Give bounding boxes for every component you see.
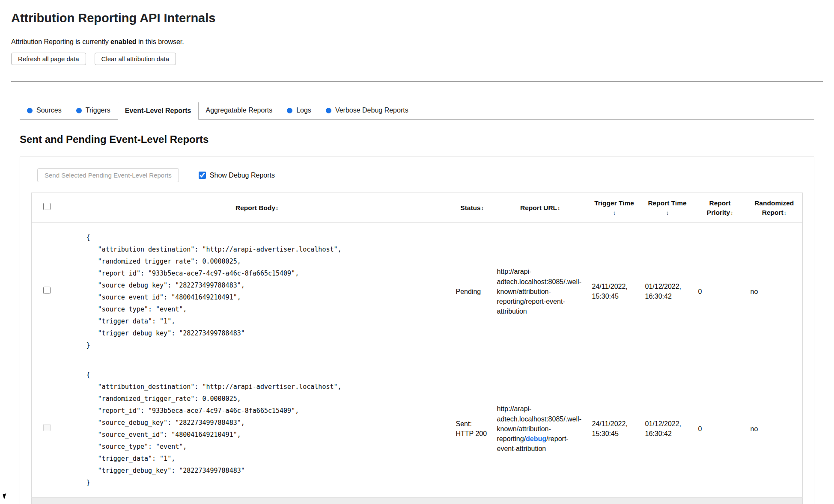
panel-toolbar: Send Selected Pending Event-Level Report… [37,168,803,182]
column-header-report-body[interactable]: Report Body↕ [63,193,452,223]
sort-icon: ↕ [730,209,733,217]
tab-dot-icon [326,108,331,113]
row-select-checkbox[interactable] [43,287,51,294]
page-toolbar: Refresh all page data Clear all attribut… [11,53,823,65]
status-suffix: in this browser. [137,38,184,45]
report-row: { "attribution_destination": "http://ara… [32,360,803,498]
divider [11,81,823,82]
tab-label: Event-Level Reports [125,107,191,115]
tab-sources[interactable]: Sources [20,101,69,119]
send-selected-button[interactable]: Send Selected Pending Event-Level Report… [37,168,179,182]
column-header-trigger-time[interactable]: Trigger Time↕ [588,193,641,223]
column-header-report-url[interactable]: Report URL↕ [493,193,588,223]
table-footer-bar [32,498,803,504]
report-url-cell: http://arapi-adtech.localhost:8085/.well… [493,360,588,498]
status-enabled: enabled [110,38,136,45]
report-body-json: { "attribution_destination": "http://ara… [67,369,447,489]
column-label: Randomized Report [754,199,794,216]
report-url-text: http://arapi-adtech.localhost:8085/.well… [497,268,581,315]
sort-icon: ↕ [481,205,484,212]
tab-strip: Sources Triggers Event-Level Reports Agg… [20,101,814,120]
attribution-internals-page: Attribution Reporting API Internals Attr… [0,0,834,504]
report-priority-cell: 0 [694,360,746,498]
trigger-time-cell: 24/11/2022, 15:30:45 [588,223,641,360]
randomized-report-cell: no [746,360,803,498]
column-label: Report URL [520,204,557,211]
tab-triggers[interactable]: Triggers [69,101,118,119]
tab-label: Verbose Debug Reports [335,107,408,114]
tab-label: Aggregatable Reports [206,107,273,114]
sort-icon: ↕ [784,209,786,217]
tab-dot-icon [287,108,292,113]
report-row: { "attribution_destination": "http://ara… [32,223,803,360]
column-label: Report Body [235,204,275,211]
status-cell: Pending [452,223,493,360]
report-priority-cell: 0 [694,223,746,360]
report-url-cell: http://arapi-adtech.localhost:8085/.well… [493,223,588,360]
column-header-report-priority[interactable]: Report Priority↕ [694,193,746,223]
section-heading: Sent and Pending Event-Level Reports [20,133,823,145]
tab-label: Logs [296,107,311,114]
tab-dot-icon [76,108,82,113]
reports-panel: Send Selected Pending Event-Level Report… [20,157,814,504]
sort-icon: ↕ [557,205,560,212]
page-title: Attribution Reporting API Internals [11,11,823,25]
report-body-cell: { "attribution_destination": "http://ara… [63,360,452,498]
tab-logs[interactable]: Logs [280,101,319,119]
row-select-cell [32,223,63,360]
reports-table: Report Body↕ Status↕ Report URL↕ Trigger… [31,193,803,504]
show-debug-checkbox[interactable] [199,172,206,179]
status-text: Attribution Reporting is currently enabl… [11,38,823,46]
column-header-report-time[interactable]: Report Time↕ [641,193,694,223]
debug-url-highlight: debug [526,435,546,442]
select-all-checkbox[interactable] [43,203,51,210]
sort-icon: ↕ [666,209,669,217]
column-label: Report Time [648,199,686,207]
column-label: Status [460,204,480,211]
tab-verbose-debug-reports[interactable]: Verbose Debug Reports [319,101,416,119]
tab-label: Triggers [86,107,110,114]
refresh-all-button[interactable]: Refresh all page data [11,53,86,65]
report-time-cell: 01/12/2022, 16:30:42 [641,360,694,498]
randomized-report-cell: no [746,223,803,360]
report-body-cell: { "attribution_destination": "http://ara… [63,223,452,360]
trigger-time-cell: 24/11/2022, 15:30:45 [588,360,641,498]
clear-all-button[interactable]: Clear all attribution data [95,53,176,65]
column-header-randomized-report[interactable]: Randomized Report↕ [746,193,803,223]
show-debug-toggle[interactable]: Show Debug Reports [199,172,275,179]
show-debug-label: Show Debug Reports [210,172,275,179]
tab-dot-icon [27,108,33,113]
sort-icon: ↕ [613,209,616,217]
tab-aggregatable-reports[interactable]: Aggregatable Reports [199,101,280,119]
sort-icon: ↕ [276,205,278,212]
table-header-row: Report Body↕ Status↕ Report URL↕ Trigger… [32,193,803,223]
select-all-header [32,193,63,223]
report-time-cell: 01/12/2022, 16:30:42 [641,223,694,360]
table-footer-row [32,498,803,504]
column-label: Trigger Time [594,199,634,207]
row-select-checkbox-disabled [43,424,51,431]
status-prefix: Attribution Reporting is currently [11,38,110,45]
report-body-json: { "attribution_destination": "http://ara… [67,231,447,351]
tab-label: Sources [36,107,62,114]
row-select-cell [32,360,63,498]
column-header-status[interactable]: Status↕ [452,193,493,223]
column-label: Report Priority [707,199,731,216]
tab-event-level-reports[interactable]: Event-Level Reports [118,102,199,120]
status-cell: Sent: HTTP 200 [452,360,493,498]
